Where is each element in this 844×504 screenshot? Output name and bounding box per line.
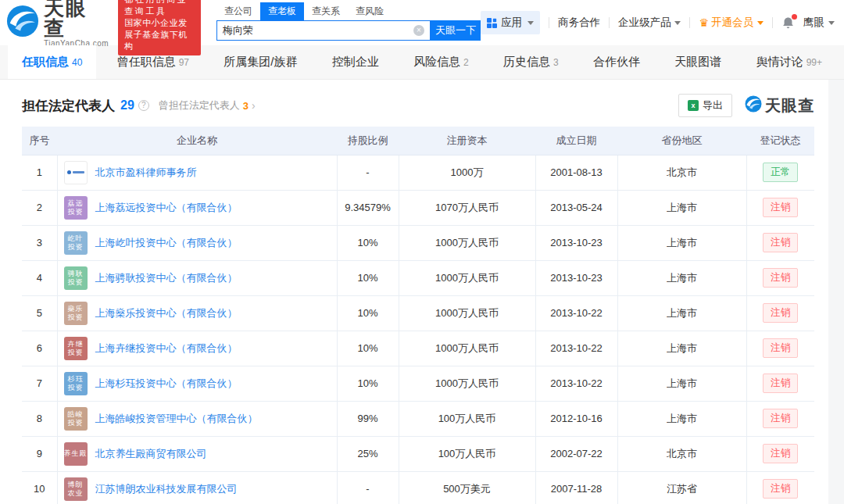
shareholding-ratio: 99% xyxy=(337,401,399,436)
eagle-label: 鹰眼 xyxy=(803,16,824,30)
company-name-link[interactable]: 上海燊乐投资中心（有限合伙） xyxy=(95,306,238,320)
watermark-text: 天眼查 xyxy=(765,95,814,116)
nav-tab[interactable]: 天眼图谱 xyxy=(660,45,735,79)
logo-text-line: 投资 xyxy=(68,349,84,357)
company-name-link[interactable]: 上海皓峻投资管理中心（有限合伙） xyxy=(95,412,258,426)
nav-tab[interactable]: 曾任职信息97 xyxy=(103,45,203,79)
shareholding-ratio: - xyxy=(337,471,399,504)
shareholding-ratio: 9.34579% xyxy=(337,190,399,225)
company-name-link[interactable]: 江苏博朗农业科技发展有限公司 xyxy=(95,482,238,496)
column-header: 成立日期 xyxy=(535,127,617,155)
status-cell: 注销 xyxy=(746,260,814,295)
logo-mark xyxy=(67,170,71,174)
section-count: 29 xyxy=(120,98,134,113)
search-input[interactable] xyxy=(223,24,413,36)
registered-capital: 100万人民币 xyxy=(399,436,535,471)
row-index: 3 xyxy=(22,225,57,260)
search-tab[interactable]: 查公司 xyxy=(216,2,260,20)
menu-item-cooperation[interactable]: 商务合作 xyxy=(558,16,600,30)
nav-tab-label: 历史信息 xyxy=(503,55,550,70)
row-index: 1 xyxy=(22,155,57,190)
province-region: 上海市 xyxy=(617,366,746,401)
company-name-cell: 荔远投资上海荔远投资中心（有限合伙） xyxy=(57,190,337,225)
nav-tab[interactable]: 历史信息3 xyxy=(489,45,573,79)
nav-tab-label: 任职信息 xyxy=(22,55,69,70)
row-index: 7 xyxy=(22,366,57,401)
table-row: 10博朗农业江苏博朗农业科技发展有限公司-500万美元2007-11-28江苏省… xyxy=(22,471,814,504)
nav-tab[interactable]: 舆情讨论99+ xyxy=(742,45,836,79)
former-legal-rep-link[interactable]: 曾担任法定代表人 3 › xyxy=(159,98,256,113)
section-header-right: x 导出 天眼查 xyxy=(678,94,814,117)
company-name-cell: 卉继投资上海卉继投资中心（有限合伙） xyxy=(57,331,337,366)
question-icon[interactable]: ? xyxy=(138,100,149,111)
company-name-link[interactable]: 北京养生殿商贸有限公司 xyxy=(95,447,207,461)
establish-date: 2013-10-22 xyxy=(535,295,617,331)
registered-capital: 1000万人民币 xyxy=(399,366,535,401)
search-tab[interactable]: 查老板 xyxy=(260,2,304,20)
status-cell: 注销 xyxy=(746,436,814,471)
logo-text-line: 博朗 xyxy=(68,481,84,489)
table-row: 8皓峻投资上海皓峻投资管理中心（有限合伙）99%100万人民币2012-10-1… xyxy=(22,401,814,436)
nav-tab[interactable]: 控制企业 xyxy=(318,45,393,79)
notification-bell-icon[interactable] xyxy=(781,16,795,30)
brand-name: 天眼查 xyxy=(44,0,109,38)
company-logo: 骋耿投资 xyxy=(64,266,88,290)
search-tab[interactable]: 查风险 xyxy=(348,2,392,20)
row-index: 4 xyxy=(22,260,57,295)
column-header: 持股比例 xyxy=(337,127,399,155)
apps-menu-button[interactable]: 应用 xyxy=(481,11,540,34)
logo-text-line: 投资 xyxy=(68,419,84,427)
company-name-cell: 杉珏投资上海杉珏投资中心（有限合伙） xyxy=(57,366,337,401)
search-tab[interactable]: 查关系 xyxy=(304,2,348,20)
nav-tab[interactable]: 合作伙伴 xyxy=(579,45,654,79)
establish-date: 2001-08-13 xyxy=(535,155,617,190)
province-region: 上海市 xyxy=(617,401,746,436)
status-cell: 注销 xyxy=(746,401,814,436)
status-badge: 注销 xyxy=(763,338,798,358)
menu-divider xyxy=(609,17,610,28)
export-label: 导出 xyxy=(703,98,723,113)
province-region: 江苏省 xyxy=(617,471,746,504)
menu-item-eagle[interactable]: 鹰眼 xyxy=(803,16,835,30)
company-name-link[interactable]: 上海荔远投资中心（有限合伙） xyxy=(95,201,238,215)
nav-tab-label: 舆情讨论 xyxy=(756,55,803,70)
establish-date: 2007-11-28 xyxy=(535,471,617,504)
shareholding-ratio: 10% xyxy=(337,295,399,331)
crown-icon: ♛ xyxy=(699,17,709,28)
company-name-link[interactable]: 北京市盈科律师事务所 xyxy=(95,166,197,180)
menu-item-enterprise[interactable]: 企业级产品 xyxy=(618,16,681,30)
export-button[interactable]: x 导出 xyxy=(678,94,732,117)
status-cell: 注销 xyxy=(746,225,814,260)
company-name-link[interactable]: 上海卉继投资中心（有限合伙） xyxy=(95,341,238,356)
nav-tab-count: 97 xyxy=(179,57,189,68)
company-logo: 荔远投资 xyxy=(64,196,88,220)
top-menu: 应用 商务合作 企业级产品 ♛ 开通会员 鹰眼 xyxy=(481,11,835,34)
clear-input-icon[interactable]: × xyxy=(413,25,424,36)
establish-date: 2013-10-22 xyxy=(535,331,617,366)
former-count: 3 xyxy=(243,100,249,112)
status-cell: 正常 xyxy=(746,155,814,190)
row-index: 8 xyxy=(22,401,57,436)
main-content: 担任法定代表人 29 ? 曾担任法定代表人 3 › x 导出 天眼查 xyxy=(0,80,828,504)
company-name-link[interactable]: 上海骋耿投资中心（有限合伙） xyxy=(95,271,238,285)
search-input-wrap: × xyxy=(216,20,431,41)
company-logo: 卉继投资 xyxy=(64,337,88,360)
establish-date: 2013-10-23 xyxy=(535,225,617,260)
province-region: 上海市 xyxy=(617,190,746,225)
logo-text-line: 投资 xyxy=(68,278,84,287)
search-button[interactable]: 天眼一下 xyxy=(431,20,481,41)
nav-tab[interactable]: 所属集团/族群 xyxy=(209,45,311,79)
logo-text-line: 投资 xyxy=(68,243,84,252)
shareholding-ratio: 10% xyxy=(337,366,399,401)
nav-tab[interactable]: 任职信息40 xyxy=(8,45,96,79)
company-name-link[interactable]: 上海杉珏投资中心（有限合伙） xyxy=(95,377,238,391)
company-name-cell: 燊乐投资上海燊乐投资中心（有限合伙） xyxy=(57,295,337,331)
watermark-logo: 天眼查 xyxy=(745,95,814,116)
province-region: 上海市 xyxy=(617,225,746,260)
nav-tab[interactable]: 风险信息2 xyxy=(399,45,483,79)
logo-text-line: 卉继 xyxy=(68,340,84,349)
menu-item-vip[interactable]: ♛ 开通会员 xyxy=(699,16,764,30)
tianyancha-logo[interactable]: 天眼查 TianYanCha.com xyxy=(6,0,109,48)
company-name-link[interactable]: 上海屹叶投资中心（有限合伙） xyxy=(95,236,238,250)
menu-divider xyxy=(772,17,773,28)
